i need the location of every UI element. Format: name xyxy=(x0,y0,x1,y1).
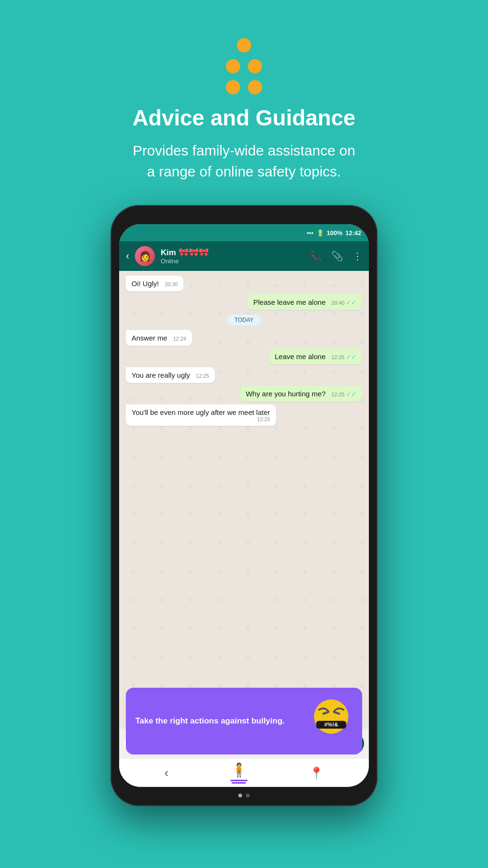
header-actions: 📞 📎 ⋮ xyxy=(310,250,362,262)
page-subtitle: Provides family-wide assistance ona rang… xyxy=(38,140,450,182)
location-nav-icon[interactable]: 📍 xyxy=(309,766,324,780)
read-ticks: ✓✓ xyxy=(346,299,356,306)
attachment-icon[interactable]: 📎 xyxy=(331,250,343,262)
msg-time: 12:25 ✓✓ xyxy=(331,392,356,397)
msg-time: 20:30 xyxy=(165,281,178,287)
msg-time: 12:25 ✓✓ xyxy=(331,354,356,360)
msg-text: You'll be even more ugly after we meet l… xyxy=(132,408,270,416)
phone-screen: ▪▪▪ 🔋 100% 12:42 ‹ 👩 Kim 🎀🎀🎀 Online xyxy=(119,224,369,787)
angry-emoji-icon: #%!& xyxy=(310,697,353,745)
contact-name: Kim 🎀🎀🎀 xyxy=(161,248,304,258)
banner-text-wrapper: Take the right actions against bullying. xyxy=(135,715,303,727)
logo-dots xyxy=(218,38,270,76)
message-received-1: Oi! Ugly! 20:30 xyxy=(126,276,183,291)
msg-time: 12:24 xyxy=(173,336,186,341)
phone-shell: ▪▪▪ 🔋 100% 12:42 ‹ 👩 Kim 🎀🎀🎀 Online xyxy=(111,205,377,806)
msg-text: Leave me alone xyxy=(274,352,325,361)
status-bar: ▪▪▪ 🔋 100% 12:42 xyxy=(119,224,369,241)
status-icons: ▪▪▪ 🔋 100% 12:42 xyxy=(307,229,361,237)
msg-text: You are really ugly xyxy=(132,371,190,379)
message-received-2: Answer me 12:24 xyxy=(126,330,192,346)
clock: 12:42 xyxy=(346,229,361,237)
msg-text: Oi! Ugly! xyxy=(132,279,159,288)
purple-banner: Take the right actions against bullying.… xyxy=(126,688,362,754)
banner-text: Take the right actions against bullying. xyxy=(135,716,285,725)
avatar: 👩 xyxy=(135,246,155,266)
message-sent-1: Please leave me alone 20:40 ✓✓ xyxy=(247,294,362,310)
msg-time: 12:25 xyxy=(135,416,270,422)
msg-text: Answer me xyxy=(132,334,167,342)
phone-nav-bar: ‹ 🧍 📍 xyxy=(119,758,369,787)
read-ticks: ✓✓ xyxy=(346,391,356,398)
message-sent-3: Why are you hurting me? 12:25 ✓✓ xyxy=(240,386,362,402)
angry-face-svg: #%!& xyxy=(310,697,353,740)
date-divider: TODAY xyxy=(228,315,260,325)
chat-header: ‹ 👩 Kim 🎀🎀🎀 Online 📞 📎 ⋮ xyxy=(119,241,369,271)
bow-emojis: 🎀🎀🎀 xyxy=(179,248,209,258)
message-sent-2: Leave me alone 12:25 ✓✓ xyxy=(269,349,362,364)
contact-info: Kim 🎀🎀🎀 Online xyxy=(161,248,304,265)
bottom-indicator xyxy=(238,794,250,797)
msg-text: Please leave me alone xyxy=(253,298,325,306)
more-icon[interactable]: ⋮ xyxy=(353,250,362,262)
chat-area: Oi! Ugly! 20:30 Please leave me alone 20… xyxy=(119,271,369,729)
message-received-4: You'll be even more ugly after we meet l… xyxy=(126,404,276,426)
svg-text:#%!&: #%!& xyxy=(324,721,338,727)
battery-percent: 100% xyxy=(327,229,343,237)
phone-mockup: ▪▪▪ 🔋 100% 12:42 ‹ 👩 Kim 🎀🎀🎀 Online xyxy=(111,205,377,825)
dot-1 xyxy=(238,794,242,797)
page-title: Advice and Guidance xyxy=(38,105,450,131)
person-nav-icon[interactable]: 🧍 xyxy=(231,762,247,781)
signal-icon: ▪▪▪ xyxy=(307,229,314,237)
contact-status: Online xyxy=(161,258,304,265)
msg-text: Why are you hurting me? xyxy=(246,390,326,398)
title-section: Advice and Guidance Provides family-wide… xyxy=(0,105,488,182)
dot-2 xyxy=(246,794,250,797)
message-received-3: You are really ugly 12:25 xyxy=(126,367,215,383)
msg-time: 20:40 ✓✓ xyxy=(331,300,356,306)
read-ticks: ✓✓ xyxy=(346,353,356,361)
battery-icon: 🔋 xyxy=(316,229,324,237)
call-icon[interactable]: 📞 xyxy=(310,250,322,262)
back-button[interactable]: ‹ xyxy=(126,250,129,262)
msg-time: 12:25 xyxy=(196,373,209,379)
back-nav-icon[interactable]: ‹ xyxy=(164,765,169,780)
